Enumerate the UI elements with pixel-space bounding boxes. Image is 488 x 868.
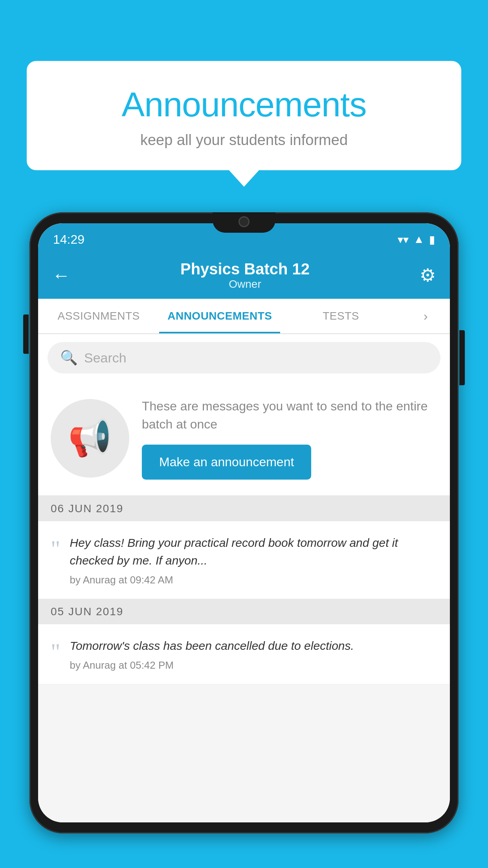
tab-more[interactable]: ›: [402, 299, 450, 333]
battery-icon: ▮: [429, 233, 435, 246]
back-button[interactable]: ←: [52, 265, 70, 286]
bubble-subtitle: keep all your students informed: [58, 132, 430, 149]
search-container: 🔍 Search: [38, 334, 450, 381]
search-icon: 🔍: [60, 349, 78, 366]
scrollable-content: 🔍 Search 📢 These are messages you want t…: [38, 334, 450, 822]
announcement-content-2: Tomorrow's class has been cancelled due …: [70, 637, 438, 671]
phone-notch: [213, 212, 275, 233]
batch-title: Physics Batch 12: [180, 260, 310, 278]
announcement-meta-1: by Anurag at 09:42 AM: [70, 574, 438, 586]
announcement-content-1: Hey class! Bring your practical record b…: [70, 534, 438, 586]
announcement-item-2[interactable]: " Tomorrow's class has been cancelled du…: [38, 624, 450, 684]
bubble-title: Announcements: [58, 85, 430, 125]
announcement-text-1: Hey class! Bring your practical record b…: [70, 534, 438, 569]
quote-icon-1: ": [51, 537, 61, 561]
phone-screen: 14:29 ▾▾ ▲ ▮ ← Physics Batch 12 Owner ⚙: [38, 223, 450, 822]
header-center: Physics Batch 12 Owner: [180, 260, 310, 291]
quote-icon-2: ": [51, 640, 61, 664]
speech-bubble-section: Announcements keep all your students inf…: [27, 61, 461, 170]
status-time: 14:29: [53, 232, 84, 247]
signal-icon: ▲: [413, 233, 424, 246]
camera-notch: [238, 216, 250, 227]
status-icons: ▾▾ ▲ ▮: [398, 233, 435, 246]
tabs-bar: ASSIGNMENTS ANNOUNCEMENTS TESTS ›: [38, 299, 450, 334]
announcement-meta-2: by Anurag at 05:42 PM: [70, 659, 438, 671]
settings-icon[interactable]: ⚙: [420, 265, 436, 286]
phone-outer: 14:29 ▾▾ ▲ ▮ ← Physics Batch 12 Owner ⚙: [29, 212, 459, 833]
date-separator-1: 06 JUN 2019: [38, 496, 450, 521]
phone-mockup: 14:29 ▾▾ ▲ ▮ ← Physics Batch 12 Owner ⚙: [29, 212, 459, 868]
make-announcement-button[interactable]: Make an announcement: [142, 445, 311, 480]
app-header: ← Physics Batch 12 Owner ⚙: [38, 252, 450, 299]
announcement-intro-right: These are messages you want to send to t…: [142, 397, 437, 480]
screen-inner: 14:29 ▾▾ ▲ ▮ ← Physics Batch 12 Owner ⚙: [38, 223, 450, 822]
tab-assignments[interactable]: ASSIGNMENTS: [38, 299, 159, 333]
megaphone-icon: 📢: [68, 417, 112, 459]
megaphone-circle: 📢: [51, 399, 129, 478]
wifi-icon: ▾▾: [398, 233, 409, 246]
announcement-text-2: Tomorrow's class has been cancelled due …: [70, 637, 438, 655]
tab-tests[interactable]: TESTS: [280, 299, 401, 333]
speech-bubble: Announcements keep all your students inf…: [27, 61, 461, 170]
owner-label: Owner: [180, 278, 310, 291]
intro-description: These are messages you want to send to t…: [142, 397, 437, 434]
tab-announcements[interactable]: ANNOUNCEMENTS: [159, 299, 280, 333]
search-bar[interactable]: 🔍 Search: [48, 342, 440, 373]
search-placeholder: Search: [84, 350, 127, 366]
announcement-item-1[interactable]: " Hey class! Bring your practical record…: [38, 521, 450, 599]
date-separator-2: 05 JUN 2019: [38, 599, 450, 624]
announcement-intro: 📢 These are messages you want to send to…: [38, 381, 450, 496]
